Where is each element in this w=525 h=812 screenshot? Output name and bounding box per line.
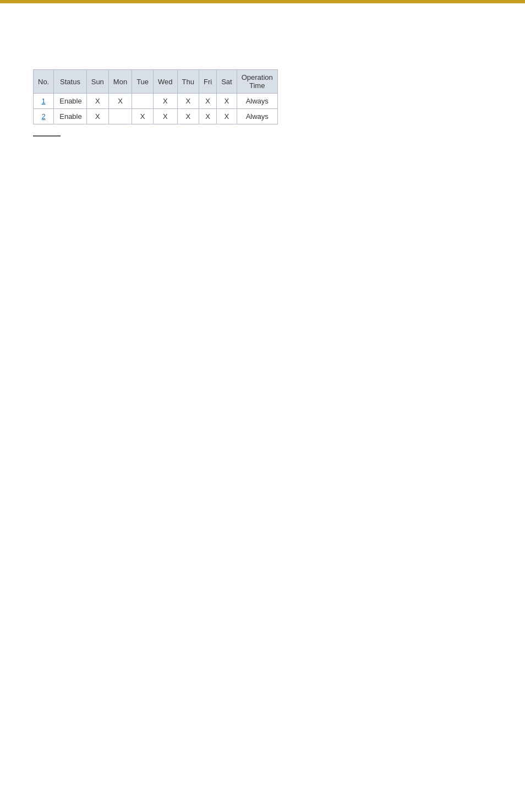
col-header-no: No. <box>34 70 54 94</box>
table-header-row: No. Status Sun Mon Tue Wed Thu Fri Sat O… <box>34 70 278 94</box>
row1-thu: X <box>177 94 199 109</box>
col-header-status: Status <box>54 70 86 94</box>
row1-operation-time: Always <box>237 94 277 109</box>
row1-fri: X <box>199 94 216 109</box>
table-row: 1 Enable X X X X X X Always <box>34 94 278 109</box>
row2-sat: X <box>217 109 237 124</box>
footer-divider <box>33 135 61 137</box>
row1-mon: X <box>108 94 132 109</box>
table-container: No. Status Sun Mon Tue Wed Thu Fri Sat O… <box>33 69 492 124</box>
row2-tue: X <box>132 109 154 124</box>
col-header-operation-time: OperationTime <box>237 70 277 94</box>
col-header-fri: Fri <box>199 70 216 94</box>
col-header-sat: Sat <box>217 70 237 94</box>
row2-thu: X <box>177 109 199 124</box>
row2-operation-time: Always <box>237 109 277 124</box>
row1-no[interactable]: 1 <box>34 94 54 109</box>
page-content: No. Status Sun Mon Tue Wed Thu Fri Sat O… <box>0 3 525 159</box>
row1-wed: X <box>154 94 178 109</box>
row1-sun: X <box>86 94 108 109</box>
row2-no[interactable]: 2 <box>34 109 54 124</box>
row1-tue <box>132 94 154 109</box>
col-header-wed: Wed <box>154 70 178 94</box>
row1-status: Enable <box>54 94 86 109</box>
row2-sun: X <box>86 109 108 124</box>
row2-mon <box>108 109 132 124</box>
schedule-table: No. Status Sun Mon Tue Wed Thu Fri Sat O… <box>33 69 278 124</box>
col-header-mon: Mon <box>108 70 132 94</box>
row2-status: Enable <box>54 109 86 124</box>
col-header-thu: Thu <box>177 70 199 94</box>
row2-wed: X <box>154 109 178 124</box>
row1-sat: X <box>217 94 237 109</box>
col-header-tue: Tue <box>132 70 154 94</box>
table-row: 2 Enable X X X X X X Always <box>34 109 278 124</box>
col-header-sun: Sun <box>86 70 108 94</box>
row2-fri: X <box>199 109 216 124</box>
